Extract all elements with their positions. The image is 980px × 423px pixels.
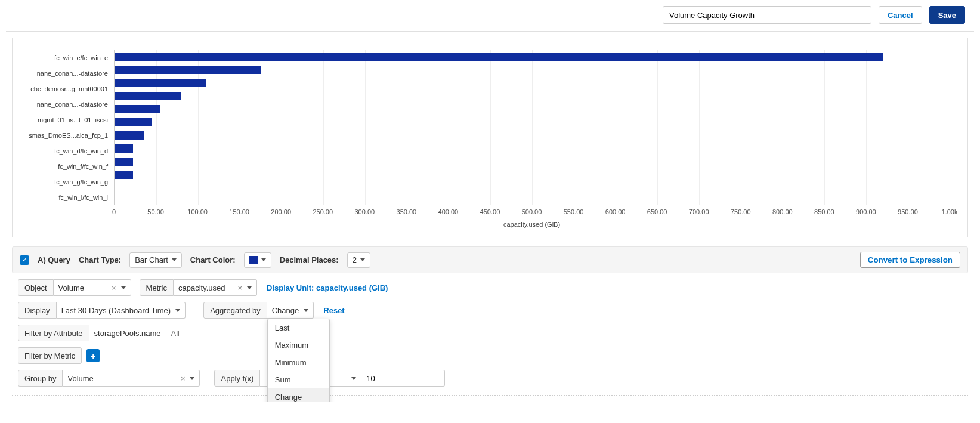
convert-to-expression-button[interactable]: Convert to Expression	[860, 252, 960, 268]
decimal-places-label: Decimal Places:	[280, 255, 339, 264]
x-tick-label: 850.00	[814, 208, 834, 215]
chart-bar[interactable]	[115, 105, 160, 113]
x-tick-label: 800.00	[772, 208, 793, 215]
decimal-value: 2	[353, 255, 357, 264]
clear-icon[interactable]: ×	[112, 283, 116, 292]
divider	[6, 31, 974, 32]
x-tick-label: 300.00	[354, 208, 375, 215]
grid-line	[532, 50, 533, 205]
grid-line	[824, 50, 825, 205]
x-tick-label: 1.00k	[942, 208, 958, 215]
object-label: Object	[18, 279, 54, 296]
x-tick-label: 950.00	[898, 208, 918, 215]
add-filter-metric-button[interactable]: +	[86, 349, 100, 362]
aggregated-by-label: Aggregated by	[203, 302, 267, 319]
query-controls: Object Volume × Metric capacity.used × D…	[12, 273, 968, 387]
cancel-button[interactable]: Cancel	[879, 6, 922, 24]
clear-icon[interactable]: ×	[181, 374, 186, 383]
x-tick-label: 500.00	[522, 208, 542, 215]
grid-line	[407, 50, 407, 205]
x-axis-label: capacity.used (GiB)	[114, 221, 950, 228]
dropdown-item[interactable]: Maximum	[268, 336, 329, 354]
chart-color-select[interactable]	[244, 252, 271, 268]
y-tick-label: fc_win_f/fc_win_f	[30, 159, 114, 174]
row-filter-metric: Filter by Metric +	[18, 347, 968, 364]
filter-attribute-label: Filter by Attribute	[18, 325, 89, 341]
grid-line	[574, 50, 574, 205]
chart-bar[interactable]	[115, 144, 133, 153]
chart-type-value: Bar Chart	[135, 255, 168, 264]
row-object-metric: Object Volume × Metric capacity.used × D…	[18, 279, 968, 296]
grid-line	[783, 50, 783, 205]
chart-bar[interactable]	[115, 53, 883, 61]
query-enabled-checkbox[interactable]: ✓	[20, 255, 29, 265]
chevron-down-icon	[261, 258, 266, 261]
chevron-down-icon	[175, 309, 180, 312]
y-tick-label: fc_win_e/fc_win_e	[30, 50, 114, 66]
dropdown-item[interactable]: Change	[268, 388, 329, 402]
display-timerange-select[interactable]: Last 30 Days (Dashboard Time)	[57, 302, 186, 319]
grid-line	[449, 50, 449, 205]
object-select[interactable]: Volume ×	[54, 279, 131, 296]
x-tick-label: 250.00	[313, 208, 333, 215]
chart-bar[interactable]	[115, 66, 261, 74]
filter-metric-label: Filter by Metric	[18, 347, 82, 364]
apply-fx-count-input[interactable]	[361, 370, 445, 387]
x-tick-label: 650.00	[647, 208, 667, 215]
clear-icon[interactable]: ×	[237, 283, 242, 292]
reset-link[interactable]: Reset	[323, 306, 344, 315]
chart-bar[interactable]	[115, 171, 133, 179]
row-display-agg: Display Last 30 Days (Dashboard Time) Ag…	[18, 302, 968, 319]
chevron-down-icon	[304, 309, 308, 312]
x-tick-label: 100.00	[187, 208, 208, 215]
chart-type-label: Chart Type:	[79, 255, 121, 264]
x-tick-label: 400.00	[438, 208, 459, 215]
grid-line	[741, 50, 741, 205]
apply-fx-label: Apply f(x)	[214, 370, 260, 387]
metric-select[interactable]: capacity.used ×	[174, 279, 257, 296]
grid-line	[490, 50, 491, 205]
y-tick-label: mgmt_01_is...t_01_iscsi	[30, 112, 114, 128]
y-tick-label: fc_win_g/fc_win_g	[30, 174, 114, 190]
display-unit-link[interactable]: Display Unit: capacity.used (GiB)	[267, 283, 388, 292]
chart-bar[interactable]	[115, 92, 181, 100]
decimal-places-select[interactable]: 2	[347, 252, 370, 268]
chart-bar[interactable]	[115, 131, 144, 140]
save-button[interactable]: Save	[929, 6, 965, 24]
chevron-down-icon	[351, 377, 356, 380]
chevron-down-icon	[360, 258, 365, 261]
dropdown-item[interactable]: Sum	[268, 371, 329, 388]
dropdown-item[interactable]: Minimum	[268, 354, 329, 371]
color-swatch	[249, 256, 258, 264]
metric-value: capacity.used	[178, 283, 225, 292]
dropdown-item[interactable]: Last	[268, 319, 329, 336]
chevron-down-icon	[172, 258, 177, 261]
x-tick-label: 700.00	[689, 208, 709, 215]
chart-bar[interactable]	[115, 79, 206, 87]
group-by-value: Volume	[67, 374, 93, 383]
x-tick-label: 200.00	[271, 208, 291, 215]
chart-panel: fc_win_e/fc_win_enane_conah...-datastore…	[12, 38, 968, 237]
aggregated-by-select[interactable]: Change	[267, 302, 314, 319]
chevron-down-icon	[247, 286, 252, 289]
chart-bar[interactable]	[115, 158, 133, 166]
grid-line	[282, 50, 282, 205]
grid-line	[866, 50, 867, 205]
y-tick-label: fc_win_d/fc_win_d	[30, 143, 114, 159]
widget-title-input[interactable]	[663, 6, 871, 24]
filter-attribute-field-select[interactable]: storagePools.name	[89, 325, 166, 341]
group-by-select[interactable]: Volume ×	[63, 370, 200, 387]
y-tick-label: smas_DmoES...aica_fcp_1	[30, 128, 114, 143]
group-by-label: Group by	[18, 370, 63, 387]
aggregated-value: Change	[272, 306, 299, 315]
grid-line	[365, 50, 366, 205]
filter-attribute-value: storagePools.name	[94, 329, 161, 338]
chart-type-select[interactable]: Bar Chart	[129, 252, 182, 268]
x-tick-label: 0	[112, 208, 116, 215]
x-tick-label: 150.00	[229, 208, 249, 215]
x-tick-label: 50.00	[147, 208, 164, 215]
grid-line	[657, 50, 658, 205]
x-tick-label: 350.00	[397, 208, 417, 215]
grid-line	[908, 50, 908, 205]
chart-bar[interactable]	[115, 118, 152, 126]
